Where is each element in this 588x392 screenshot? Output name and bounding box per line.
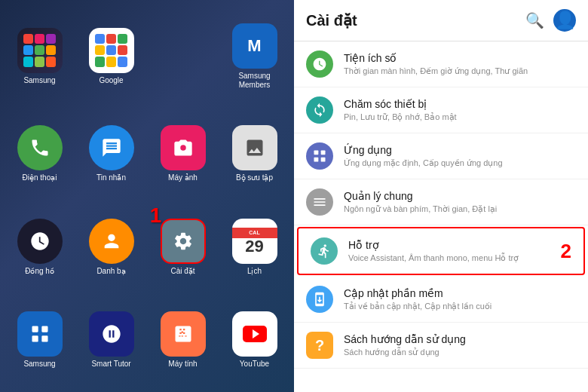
app-icon-members: M	[232, 23, 277, 69]
app-icon-samsung2	[17, 311, 63, 357]
settings-text-chamsoc: Chăm sóc thiết bịPin, Lưu trữ, Bộ nhớ, B…	[344, 98, 576, 122]
step-badge-1: 1	[150, 204, 162, 228]
app-label-youtube: YouTube	[240, 360, 269, 369]
app-icon-youtube	[232, 311, 277, 357]
settings-list: Tiện ích sốThời gian màn hình, Đếm giờ ứ…	[294, 41, 588, 392]
app-grid: Samsung GoogleMSamsung MembersĐiện thoại…	[6, 8, 288, 384]
app-item-maytinh[interactable]: Máy tính	[149, 296, 216, 385]
settings-text-capnhat: Cập nhật phần mềmTải về bản cập nhật, Cậ…	[344, 287, 576, 311]
svg-rect-1	[41, 326, 47, 332]
settings-text-quanly: Quản lý chungNgôn ngữ và bàn phím, Thời …	[344, 190, 576, 214]
app-icon-clock	[17, 219, 63, 264]
app-icon-phone	[17, 125, 63, 170]
svg-rect-0	[32, 326, 38, 332]
user-avatar[interactable]: 👤	[553, 9, 576, 32]
app-icon-calendar: CAL29	[232, 219, 277, 264]
settings-desc-sachhd: Sách hướng dẫn sử dụng	[344, 347, 576, 357]
settings-name-hotro: Hỗ trợ	[348, 239, 555, 251]
app-icon-maytinh	[161, 311, 206, 357]
settings-desc-quanly: Ngôn ngữ và bàn phím, Thời gian, Đặt lại	[344, 204, 576, 214]
left-panel: Samsung GoogleMSamsung MembersĐiện thoại…	[0, 0, 294, 392]
settings-text-hotro: Hỗ trợVoice Assistant, Âm thanh mono, me…	[348, 239, 555, 263]
settings-desc-capnhat: Tải về bản cập nhật, Cập nhật lần cuối	[344, 301, 576, 311]
app-item-contacts[interactable]: Danh bạ	[78, 203, 145, 292]
svg-rect-2	[32, 336, 38, 342]
header-icons: 🔍 👤	[525, 9, 576, 32]
settings-desc-ungdung: Ứng dụng mặc định, Cấp quyền ứng dụng	[344, 158, 576, 168]
settings-icon-sachhd: ?	[306, 332, 333, 359]
svg-rect-9	[321, 158, 326, 162]
settings-desc-chamsoc: Pin, Lưu trữ, Bộ nhớ, Bảo mật	[344, 112, 576, 122]
step2-badge: 2	[561, 240, 571, 263]
settings-item-ungdung[interactable]: Ứng dụngỨng dụng mặc định, Cấp quyền ứng…	[294, 133, 588, 179]
app-label-members: Samsung Members	[222, 72, 286, 90]
settings-icon-ungdung	[306, 142, 333, 170]
app-item-messages[interactable]: Tin nhắn	[78, 110, 145, 199]
settings-icon-hotro	[311, 237, 338, 265]
app-label-messages: Tin nhắn	[96, 173, 126, 182]
app-item-phone[interactable]: Điện thoại	[6, 110, 73, 199]
settings-title: Cài đặt	[306, 11, 357, 29]
settings-text-sachhd: Sách hướng dẫn sử dụngSách hướng dẫn sử …	[344, 333, 576, 357]
svg-rect-6	[314, 151, 319, 155]
app-icon-smarttutor	[89, 311, 134, 357]
app-label-maytinh: Máy tính	[168, 360, 197, 369]
app-icon-camera	[161, 125, 206, 170]
settings-item-sachhd[interactable]: ?Sách hướng dẫn sử dụngSách hướng dẫn sử…	[294, 323, 588, 369]
app-label-camera: Máy ảnh	[168, 173, 198, 182]
app-item-smarttutor[interactable]: Smart Tutor	[78, 296, 145, 385]
app-item-samsung[interactable]: Samsung	[6, 8, 73, 106]
app-icon-contacts	[89, 219, 134, 264]
settings-name-tienich: Tiện ích số	[344, 52, 576, 64]
settings-name-chamsoc: Chăm sóc thiết bị	[344, 98, 576, 110]
settings-name-sachhd: Sách hướng dẫn sử dụng	[344, 333, 576, 345]
settings-name-ungdung: Ứng dụng	[344, 144, 576, 156]
app-item-google[interactable]: Google	[78, 8, 145, 106]
app-label-google: Google	[99, 76, 123, 85]
settings-item-quanly[interactable]: Quản lý chungNgôn ngữ và bàn phím, Thời …	[294, 179, 588, 225]
settings-item-hotro[interactable]: Hỗ trợVoice Assistant, Âm thanh mono, me…	[297, 227, 585, 275]
settings-icon-quanly	[306, 188, 333, 216]
app-label-bst: Bộ sưu tập	[236, 173, 273, 182]
app-icon-messages	[89, 125, 134, 170]
app-icon-bst	[232, 125, 277, 170]
settings-name-quanly: Quản lý chung	[344, 190, 576, 202]
app-item-samsung2[interactable]: Samsung	[6, 296, 73, 385]
svg-rect-7	[321, 151, 326, 155]
app-label-smarttutor: Smart Tutor	[91, 360, 130, 369]
svg-rect-8	[314, 158, 319, 162]
right-panel: Cài đặt 🔍 👤 Tiện ích sốThời gian màn hìn…	[294, 0, 588, 392]
app-icon-samsung	[17, 28, 63, 73]
app-label-calendar: Lịch	[247, 267, 262, 276]
settings-item-chamsoc[interactable]: Chăm sóc thiết bịPin, Lưu trữ, Bộ nhớ, B…	[294, 87, 588, 133]
svg-rect-3	[41, 336, 47, 342]
app-label-contacts: Danh bạ	[96, 267, 125, 276]
app-item-calendar[interactable]: CAL29Lịch	[221, 203, 288, 292]
app-label-phone: Điện thoại	[23, 173, 57, 182]
settings-text-tienich: Tiện ích sốThời gian màn hình, Đếm giờ ứ…	[344, 52, 576, 76]
app-icon-google	[89, 28, 134, 73]
search-icon[interactable]: 🔍	[525, 11, 544, 29]
app-label-clock: Đồng hồ	[25, 267, 54, 276]
app-item-bst[interactable]: Bộ sưu tập	[221, 110, 288, 199]
app-item-camera[interactable]: Máy ảnh	[149, 110, 216, 199]
settings-icon-capnhat	[306, 286, 333, 313]
app-icon-settings: 1	[161, 219, 206, 264]
app-label-samsung2: Samsung	[23, 360, 55, 369]
settings-icon-chamsoc	[306, 96, 333, 124]
app-icon-empty1	[161, 32, 206, 78]
settings-item-capnhat[interactable]: Cập nhật phần mềmTải về bản cập nhật, Cậ…	[294, 277, 588, 323]
settings-header: Cài đặt 🔍 👤	[294, 0, 588, 41]
settings-item-tienich[interactable]: Tiện ích sốThời gian màn hình, Đếm giờ ứ…	[294, 41, 588, 87]
settings-icon-tienich	[306, 51, 333, 78]
app-item-youtube[interactable]: YouTube	[221, 296, 288, 385]
app-item-settings[interactable]: 1Cài đặt	[149, 203, 216, 292]
settings-name-capnhat: Cập nhật phần mềm	[344, 287, 576, 299]
settings-desc-tienich: Thời gian màn hình, Đếm giờ ứng dụng, Th…	[344, 66, 576, 76]
app-item-empty1[interactable]	[149, 8, 216, 106]
settings-desc-hotro: Voice Assistant, Âm thanh mono, menu Hỗ …	[348, 253, 555, 263]
app-label-settings: Cài đặt	[170, 267, 194, 276]
app-label-samsung: Samsung	[23, 76, 55, 85]
app-item-clock[interactable]: Đồng hồ	[6, 203, 73, 292]
app-item-members[interactable]: MSamsung Members	[221, 8, 288, 106]
